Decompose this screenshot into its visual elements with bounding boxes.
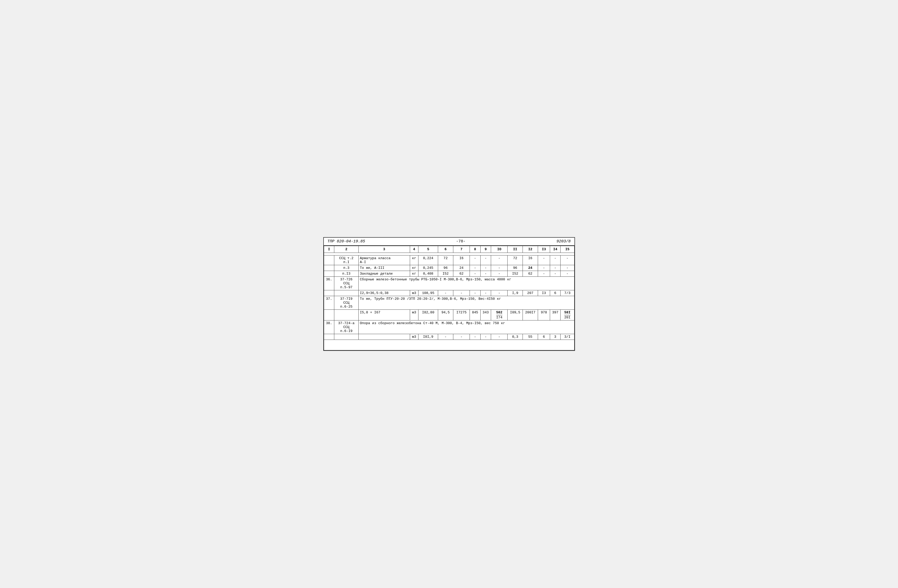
page: ТПР 820-04-19.85 -78- 9203/8 I 2 3 4 5 6… <box>323 237 575 351</box>
cell-9: - <box>480 265 491 271</box>
cell-2 <box>334 334 358 340</box>
cell-11: 96 <box>507 265 523 271</box>
cell-1 <box>324 265 334 271</box>
cell-5: 0,245 <box>418 265 438 271</box>
cell-1 <box>324 255 334 265</box>
cell-11: I09,5 <box>507 309 523 320</box>
cell-10: - <box>491 290 507 296</box>
cell-5: I82,80 <box>418 309 438 320</box>
cell-7: I6 <box>453 255 470 265</box>
cell-3: Арматура классаА-I <box>358 255 410 265</box>
spacer-row-1 <box>324 253 574 255</box>
cell-15: 7/3 <box>561 290 574 296</box>
cell-15: 58I 20I <box>561 309 574 320</box>
cell-5: 108,95 <box>418 290 438 296</box>
cell-11: I52 <box>507 271 523 276</box>
col-header-9: 9 <box>480 246 491 253</box>
table-row-37-data: I5,8 + I67 м3 I82,80 94,5 I7275 845 343 … <box>324 309 574 320</box>
cell-1 <box>324 271 334 276</box>
cell-9: 343 <box>480 309 491 320</box>
cell-6: I52 <box>438 271 453 276</box>
fraction-numerator: 502 <box>496 310 502 315</box>
cell-row36-desc: Сборные железо-бетонные трубы РТБ-1050-I… <box>358 276 574 290</box>
cell-3: Закладные детали <box>358 271 410 276</box>
cell-15: - <box>561 265 574 271</box>
fraction-numerator: 58I <box>564 310 570 315</box>
cell-15: - <box>561 255 574 265</box>
cell-10: - <box>491 255 507 265</box>
col-header-6: 6 <box>438 246 453 253</box>
cell-6: 94,5 <box>438 309 453 320</box>
cell-10: - <box>491 265 507 271</box>
cell-13: 978 <box>538 309 550 320</box>
cell-3: I2,9+36,5:0,38 <box>358 290 410 296</box>
cell-14: - <box>550 265 561 271</box>
cell-2 <box>334 309 358 320</box>
table-row: п.I3 Закладные детали кг 0,408 I52 62 - … <box>324 271 574 276</box>
cell-row38-code: 37-724-а ССЦ п.6-I9 <box>334 321 358 334</box>
cell-5: I8I,9 <box>418 334 438 340</box>
table-row-37-header: 37. 37-7I9 ССЦ п.6-25 То же, Трубн ПТУ-2… <box>324 296 574 309</box>
cell-6: - <box>438 334 453 340</box>
col-header-14: I4 <box>550 246 561 253</box>
cell-4: м3 <box>410 290 418 296</box>
col-header-7: 7 <box>453 246 470 253</box>
cell-2: п.3 <box>334 265 358 271</box>
cell-1 <box>324 334 334 340</box>
cell-12 bold: 24 <box>523 265 538 271</box>
cell-11: 72 <box>507 255 523 265</box>
cell-10: - <box>491 334 507 340</box>
cell-7: - <box>453 334 470 340</box>
cell-14: 6 <box>550 290 561 296</box>
cell-15: 3/I <box>561 334 574 340</box>
cell-4: кг <box>410 265 418 271</box>
cell-row38-desc: Опора из сборного железобетона Ст-40 М, … <box>358 321 574 334</box>
cell-8: - <box>470 255 480 265</box>
header-left: ТПР 820-04-19.85 <box>328 239 365 244</box>
cell-5: 0,408 <box>418 271 438 276</box>
cell-12: I6 <box>523 255 538 265</box>
col-header-11: II <box>507 246 523 253</box>
cell-4: кг <box>410 255 418 265</box>
cell-8: - <box>470 265 480 271</box>
fraction-denominator: 20I <box>564 315 570 320</box>
table-row: п.3 То же, А-III кг 0,245 96 24 - - - 96… <box>324 265 574 271</box>
cell-10: 502 I74 <box>491 309 507 320</box>
table-row-36-data: I2,9+36,5:0,38 м3 108,95 - - - - - I,9 2… <box>324 290 574 296</box>
col-header-3: 3 <box>358 246 410 253</box>
header-right: 9203/8 <box>557 239 570 244</box>
col-header-2: 2 <box>334 246 358 253</box>
col-header-1: I <box>324 246 334 253</box>
cell-6: 96 <box>438 265 453 271</box>
col-header-8: 8 <box>470 246 480 253</box>
fraction-col15: 58I 20I <box>564 310 570 319</box>
cell-4: м3 <box>410 309 418 320</box>
col-header-15: I5 <box>561 246 574 253</box>
cell-14: 3 <box>550 334 561 340</box>
cell-9: - <box>480 255 491 265</box>
cell-7: - <box>453 290 470 296</box>
cell-row37-code: 37-7I9 ССЦ п.6-25 <box>334 296 358 309</box>
main-table: I 2 3 4 5 6 7 8 9 IO II I2 I3 I4 I5 <box>324 246 575 350</box>
cell-7: I7275 <box>453 309 470 320</box>
cell-14: - <box>550 271 561 276</box>
cell-4: м3 <box>410 334 418 340</box>
cell-9: - <box>480 290 491 296</box>
cell-10: - <box>491 271 507 276</box>
page-header: ТПР 820-04-19.85 -78- 9203/8 <box>324 238 575 246</box>
cell-11: 0,3 <box>507 334 523 340</box>
cell-2: п.I3 <box>334 271 358 276</box>
cell-8: - <box>470 290 480 296</box>
table-row-38-header: 38. 37-724-а ССЦ п.6-I9 Опора из сборног… <box>324 321 574 334</box>
cell-11: I,9 <box>507 290 523 296</box>
cell-8: - <box>470 334 480 340</box>
cell-3: То же, А-III <box>358 265 410 271</box>
col-header-5: 5 <box>418 246 438 253</box>
fraction-col10: 502 I74 <box>496 310 502 319</box>
cell-6: - <box>438 290 453 296</box>
cell-13: - <box>538 265 550 271</box>
spacer-row-bottom <box>324 340 574 350</box>
cell-15: - <box>561 271 574 276</box>
cell-12: 207 <box>523 290 538 296</box>
cell-5: 0,224 <box>418 255 438 265</box>
